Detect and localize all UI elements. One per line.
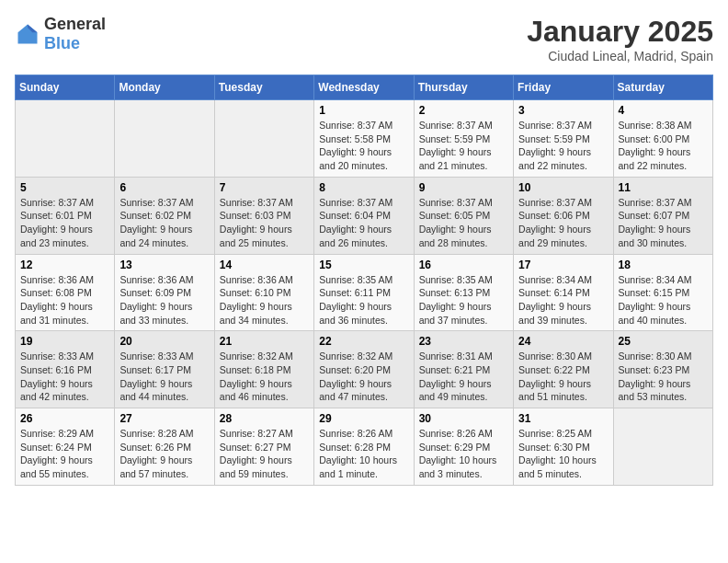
calendar-cell: 7Sunrise: 8:37 AM Sunset: 6:03 PM Daylig… — [214, 177, 313, 254]
day-info: Sunrise: 8:37 AM Sunset: 5:58 PM Dayligh… — [319, 119, 408, 173]
day-number: 22 — [319, 335, 408, 348]
day-number: 17 — [518, 259, 608, 271]
calendar-week-row: 5Sunrise: 8:37 AM Sunset: 6:01 PM Daylig… — [16, 177, 713, 254]
page-header: General Blue January 2025 Ciudad Lineal,… — [15, 15, 713, 63]
calendar-cell: 8Sunrise: 8:37 AM Sunset: 6:04 PM Daylig… — [314, 177, 414, 254]
calendar-week-row: 26Sunrise: 8:29 AM Sunset: 6:24 PM Dayli… — [16, 408, 713, 486]
calendar-cell: 27Sunrise: 8:28 AM Sunset: 6:26 PM Dayli… — [115, 408, 214, 486]
day-number: 4 — [619, 104, 708, 117]
calendar-week-row: 19Sunrise: 8:33 AM Sunset: 6:16 PM Dayli… — [16, 331, 713, 408]
day-info: Sunrise: 8:26 AM Sunset: 6:28 PM Dayligh… — [319, 427, 408, 481]
day-number: 19 — [20, 335, 109, 348]
day-info: Sunrise: 8:37 AM Sunset: 6:01 PM Dayligh… — [20, 196, 109, 250]
day-number: 5 — [20, 181, 109, 194]
day-info: Sunrise: 8:34 AM Sunset: 6:14 PM Dayligh… — [518, 273, 608, 327]
day-number: 18 — [619, 259, 708, 271]
day-info: Sunrise: 8:33 AM Sunset: 6:17 PM Dayligh… — [119, 350, 209, 404]
calendar-cell: 19Sunrise: 8:33 AM Sunset: 6:16 PM Dayli… — [16, 331, 115, 408]
calendar-cell: 25Sunrise: 8:30 AM Sunset: 6:23 PM Dayli… — [613, 331, 712, 408]
title-block: January 2025 Ciudad Lineal, Madrid, Spai… — [527, 15, 713, 63]
day-info: Sunrise: 8:27 AM Sunset: 6:27 PM Dayligh… — [220, 427, 309, 481]
day-info: Sunrise: 8:33 AM Sunset: 6:16 PM Dayligh… — [20, 350, 109, 404]
day-info: Sunrise: 8:37 AM Sunset: 6:02 PM Dayligh… — [119, 196, 209, 250]
calendar-cell: 31Sunrise: 8:25 AM Sunset: 6:30 PM Dayli… — [514, 408, 613, 486]
calendar-cell: 5Sunrise: 8:37 AM Sunset: 6:01 PM Daylig… — [16, 177, 115, 254]
calendar-week-row: 12Sunrise: 8:36 AM Sunset: 6:08 PM Dayli… — [16, 254, 713, 331]
day-info: Sunrise: 8:30 AM Sunset: 6:23 PM Dayligh… — [619, 350, 708, 404]
calendar-subtitle: Ciudad Lineal, Madrid, Spain — [527, 49, 713, 63]
day-info: Sunrise: 8:37 AM Sunset: 6:06 PM Dayligh… — [518, 196, 608, 250]
day-number: 6 — [119, 181, 209, 194]
day-number: 10 — [518, 181, 608, 194]
day-number: 7 — [220, 181, 309, 194]
logo: General Blue — [15, 15, 106, 53]
calendar-cell: 18Sunrise: 8:34 AM Sunset: 6:15 PM Dayli… — [613, 254, 712, 331]
day-number: 31 — [518, 412, 608, 425]
calendar-cell: 22Sunrise: 8:32 AM Sunset: 6:20 PM Dayli… — [314, 331, 414, 408]
day-number: 25 — [619, 335, 708, 348]
calendar-cell: 29Sunrise: 8:26 AM Sunset: 6:28 PM Dayli… — [314, 408, 414, 486]
day-number: 23 — [419, 335, 508, 348]
day-number: 8 — [319, 181, 408, 194]
calendar-cell: 3Sunrise: 8:37 AM Sunset: 5:59 PM Daylig… — [514, 100, 613, 178]
calendar-cell: 1Sunrise: 8:37 AM Sunset: 5:58 PM Daylig… — [314, 100, 414, 178]
day-info: Sunrise: 8:28 AM Sunset: 6:26 PM Dayligh… — [119, 427, 209, 481]
calendar-week-row: 1Sunrise: 8:37 AM Sunset: 5:58 PM Daylig… — [16, 100, 713, 178]
day-number: 27 — [119, 412, 209, 425]
day-info: Sunrise: 8:32 AM Sunset: 6:20 PM Dayligh… — [319, 350, 408, 404]
day-number: 9 — [419, 181, 508, 194]
calendar-cell: 9Sunrise: 8:37 AM Sunset: 6:05 PM Daylig… — [414, 177, 513, 254]
day-info: Sunrise: 8:25 AM Sunset: 6:30 PM Dayligh… — [518, 427, 608, 481]
calendar-table: SundayMondayTuesdayWednesdayThursdayFrid… — [15, 75, 713, 486]
day-number: 2 — [419, 104, 508, 117]
weekday-header-row: SundayMondayTuesdayWednesdayThursdayFrid… — [16, 75, 713, 100]
day-info: Sunrise: 8:35 AM Sunset: 6:13 PM Dayligh… — [419, 273, 508, 327]
weekday-header: Thursday — [414, 75, 513, 100]
day-number: 13 — [119, 259, 209, 271]
day-info: Sunrise: 8:37 AM Sunset: 6:07 PM Dayligh… — [619, 196, 708, 250]
logo-blue: Blue — [44, 34, 80, 52]
day-info: Sunrise: 8:35 AM Sunset: 6:11 PM Dayligh… — [319, 273, 408, 327]
day-info: Sunrise: 8:37 AM Sunset: 5:59 PM Dayligh… — [419, 119, 508, 173]
calendar-cell: 23Sunrise: 8:31 AM Sunset: 6:21 PM Dayli… — [414, 331, 513, 408]
day-info: Sunrise: 8:36 AM Sunset: 6:10 PM Dayligh… — [220, 273, 309, 327]
day-info: Sunrise: 8:37 AM Sunset: 6:05 PM Dayligh… — [419, 196, 508, 250]
calendar-cell: 20Sunrise: 8:33 AM Sunset: 6:17 PM Dayli… — [115, 331, 214, 408]
logo-general: General — [44, 15, 106, 33]
calendar-cell: 13Sunrise: 8:36 AM Sunset: 6:09 PM Dayli… — [115, 254, 214, 331]
calendar-cell: 4Sunrise: 8:38 AM Sunset: 6:00 PM Daylig… — [613, 100, 712, 178]
calendar-cell: 30Sunrise: 8:26 AM Sunset: 6:29 PM Dayli… — [414, 408, 513, 486]
calendar-cell: 15Sunrise: 8:35 AM Sunset: 6:11 PM Dayli… — [314, 254, 414, 331]
day-info: Sunrise: 8:26 AM Sunset: 6:29 PM Dayligh… — [419, 427, 508, 481]
day-number: 14 — [220, 259, 309, 271]
weekday-header: Monday — [115, 75, 214, 100]
calendar-cell — [115, 100, 214, 178]
weekday-header: Wednesday — [314, 75, 414, 100]
day-info: Sunrise: 8:37 AM Sunset: 5:59 PM Dayligh… — [518, 119, 608, 173]
day-number: 16 — [419, 259, 508, 271]
day-info: Sunrise: 8:32 AM Sunset: 6:18 PM Dayligh… — [220, 350, 309, 404]
calendar-title: January 2025 — [527, 15, 713, 49]
day-number: 1 — [319, 104, 408, 117]
day-number: 26 — [20, 412, 109, 425]
day-info: Sunrise: 8:30 AM Sunset: 6:22 PM Dayligh… — [518, 350, 608, 404]
calendar-cell: 24Sunrise: 8:30 AM Sunset: 6:22 PM Dayli… — [514, 331, 613, 408]
weekday-header: Friday — [514, 75, 613, 100]
day-number: 28 — [220, 412, 309, 425]
calendar-cell: 6Sunrise: 8:37 AM Sunset: 6:02 PM Daylig… — [115, 177, 214, 254]
day-number: 29 — [319, 412, 408, 425]
day-number: 30 — [419, 412, 508, 425]
day-info: Sunrise: 8:31 AM Sunset: 6:21 PM Dayligh… — [419, 350, 508, 404]
calendar-cell: 11Sunrise: 8:37 AM Sunset: 6:07 PM Dayli… — [613, 177, 712, 254]
day-info: Sunrise: 8:34 AM Sunset: 6:15 PM Dayligh… — [619, 273, 708, 327]
day-number: 21 — [220, 335, 309, 348]
day-info: Sunrise: 8:37 AM Sunset: 6:03 PM Dayligh… — [220, 196, 309, 250]
calendar-cell: 17Sunrise: 8:34 AM Sunset: 6:14 PM Dayli… — [514, 254, 613, 331]
calendar-cell: 21Sunrise: 8:32 AM Sunset: 6:18 PM Dayli… — [214, 331, 313, 408]
calendar-cell — [613, 408, 712, 486]
calendar-cell: 2Sunrise: 8:37 AM Sunset: 5:59 PM Daylig… — [414, 100, 513, 178]
day-number: 20 — [119, 335, 209, 348]
logo-icon — [15, 21, 40, 47]
day-info: Sunrise: 8:36 AM Sunset: 6:08 PM Dayligh… — [20, 273, 109, 327]
calendar-cell — [214, 100, 313, 178]
